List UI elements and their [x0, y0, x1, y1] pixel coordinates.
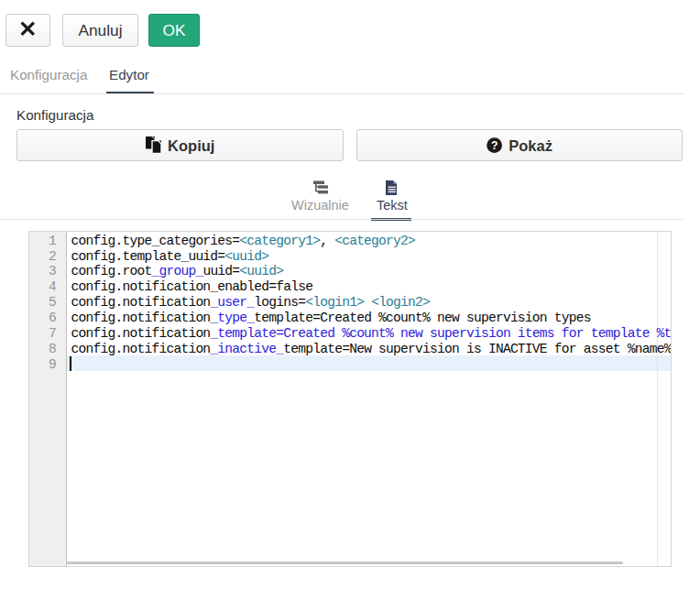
svg-text:?: ? — [491, 139, 498, 152]
